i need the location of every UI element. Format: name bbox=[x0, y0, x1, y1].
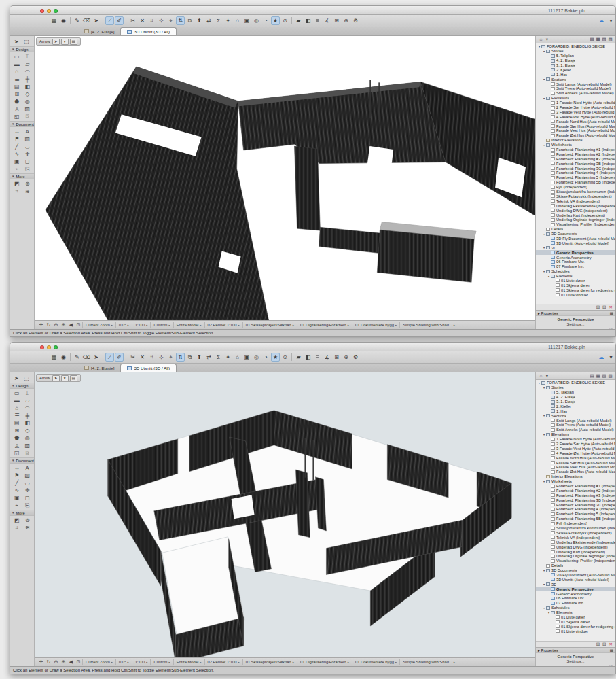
spline-tool-icon[interactable]: ∿ bbox=[12, 487, 22, 494]
navigator-tree-item[interactable]: 1 Fasade Nord Hytte (Auto-rebuild M bbox=[536, 437, 615, 442]
favorites-icon[interactable]: ★ bbox=[271, 16, 280, 25]
project-window-icon[interactable]: ▦ bbox=[50, 353, 58, 362]
separator[interactable] bbox=[291, 353, 292, 361]
navigator-tree-item[interactable]: 3. 1. Etasje bbox=[536, 63, 615, 68]
navigator-tree-item[interactable]: Fasade Vest Hus (Auto-rebuild Mode bbox=[536, 465, 615, 470]
dimension-tool-icon[interactable]: ↔ bbox=[12, 464, 22, 472]
hotspot-tool-icon[interactable]: ✛ bbox=[22, 487, 33, 494]
lamp-tool-icon[interactable]: ◍ bbox=[22, 434, 33, 442]
navigator-tree-item[interactable]: Fasade Sør Hus (Auto-rebuild Model) bbox=[536, 460, 615, 465]
layers-icon[interactable]: ▣ bbox=[242, 353, 251, 362]
navigator-tree-item[interactable]: Underlag Kart (Independent) bbox=[536, 549, 615, 554]
orbit-icon[interactable]: ↻ bbox=[45, 322, 52, 328]
grid-element-icon[interactable]: ⌗ bbox=[12, 188, 22, 195]
quick-option-dropdown[interactable]: 01 Digitalisering/Forarbeid ▸ bbox=[297, 322, 352, 328]
quick-option-dropdown[interactable]: Custom ▸ bbox=[150, 322, 173, 328]
navigator-tree-item[interactable]: 3. 1. Etasje bbox=[536, 400, 615, 404]
quick-option-dropdown[interactable]: Simple Shading with Shad... ▸ bbox=[399, 659, 458, 665]
view-tab[interactable]: 3D Utsnitt (3D / All) bbox=[120, 27, 177, 35]
beam-tool-icon[interactable]: ▬ bbox=[12, 397, 22, 404]
separator[interactable] bbox=[70, 353, 71, 361]
back-icon[interactable]: ◀ bbox=[67, 659, 75, 665]
fill-tool-icon[interactable]: ▧ bbox=[22, 472, 33, 479]
layout-book-icon[interactable]: ▧ bbox=[601, 373, 607, 379]
navigator-tree-item[interactable]: ▾ Stories bbox=[536, 385, 615, 390]
navigator-tree-item[interactable]: Underlag Orginale tegninger (Indepe bbox=[536, 554, 615, 559]
new-viewpoint-icon[interactable]: ⊞ bbox=[596, 304, 600, 310]
arrow-style-icon[interactable]: ➤ bbox=[52, 39, 60, 45]
sun-study-icon[interactable]: ◔ bbox=[261, 353, 270, 362]
navigator-tree-item[interactable]: Fasade Nord Hus (Auto-rebuild Mode bbox=[536, 455, 615, 460]
door-tool-icon[interactable]: ◧ bbox=[22, 83, 33, 90]
snap-points-icon[interactable]: ⌖ bbox=[166, 16, 175, 25]
navigator-tree-item[interactable]: 01 Skjema dører for redigering og m bbox=[536, 624, 615, 629]
navigator-tree-item[interactable]: Snitt Tvers (Auto-rebuild Model) bbox=[536, 86, 615, 91]
quick-option-dropdown[interactable]: Custom ▸ bbox=[150, 659, 173, 665]
navigator-tree-item[interactable]: Visualisering: Profiler (Independent) bbox=[536, 559, 615, 563]
navigator-tree-item[interactable]: Underlag Orginale tegninger (Indepe bbox=[536, 217, 615, 222]
separator[interactable] bbox=[291, 17, 292, 24]
spacer[interactable] bbox=[361, 353, 596, 362]
slab-tool-icon[interactable]: ▱ bbox=[22, 60, 33, 68]
navigator-tree-item[interactable]: Interior Elevations bbox=[536, 138, 615, 143]
calculate-icon[interactable]: Σ bbox=[214, 16, 223, 25]
3d-viewport[interactable]: Arrow ➤ ▾ ▤ bbox=[35, 36, 535, 320]
eraser-icon[interactable]: ⌫ bbox=[82, 353, 91, 362]
navigator-tree-item[interactable]: Fyll (Independent) bbox=[536, 185, 615, 190]
split-icon[interactable]: ◧ bbox=[304, 353, 312, 362]
navigator-tree-item[interactable]: ▾ 3D bbox=[536, 582, 615, 587]
titlebar[interactable]: 111217 Bakke.pln bbox=[10, 6, 615, 15]
section-marker-icon[interactable]: ⌁ bbox=[12, 165, 22, 173]
navigator-tree-item[interactable]: 01 Liste vinduer bbox=[536, 292, 615, 297]
titlebar[interactable]: 111217 Bakke.pln bbox=[10, 343, 615, 351]
project-map-icon[interactable]: ▤ bbox=[589, 373, 595, 379]
split-icon[interactable]: ◧ bbox=[304, 16, 312, 25]
navigator-tree-item[interactable]: 4. 2. Etasje bbox=[536, 58, 615, 63]
figure-tool-icon[interactable]: ▣ bbox=[12, 494, 22, 502]
separator[interactable] bbox=[103, 353, 103, 361]
separator[interactable] bbox=[126, 353, 126, 361]
publisher-sets-icon[interactable]: ▨ bbox=[607, 37, 613, 42]
pen-tool-icon[interactable]: ✐ bbox=[115, 353, 124, 362]
navigator-tree-item[interactable]: ▾ Worksheets bbox=[536, 143, 615, 147]
transform-icon[interactable]: ⇄ bbox=[204, 16, 213, 25]
object-tool-icon[interactable]: ⬟ bbox=[12, 98, 22, 105]
view-tab[interactable]: [4. 2. Etasje] bbox=[78, 27, 120, 35]
navigator-tree-item[interactable]: 4 Fasade Øst Hytte (Auto-rebuild Mo bbox=[536, 114, 615, 119]
wall-tool-icon[interactable]: ▭ bbox=[12, 53, 22, 60]
navigator-tree-item[interactable]: Snitt Anneks (Auto-rebuild Model) bbox=[536, 91, 615, 96]
view-tab[interactable]: 3D Utsnitt (3D / All) bbox=[120, 364, 177, 372]
camera-icon[interactable]: ◎ bbox=[252, 16, 261, 25]
opening-tool-icon[interactable]: ⌼ bbox=[22, 113, 33, 120]
navigator-tree-item[interactable]: ▾ 3D bbox=[536, 245, 615, 250]
spacer[interactable] bbox=[361, 16, 596, 25]
navigator-tree-item[interactable]: Forarbeid: Planløsning 3C (Independent) bbox=[536, 166, 615, 171]
stair-tool-icon[interactable]: ☰ bbox=[12, 75, 22, 83]
navigator-tree-item[interactable]: 01 Liste dører bbox=[536, 615, 615, 620]
navigator-tree-item[interactable]: 01 Liste vinduer bbox=[536, 629, 615, 633]
render-icon[interactable]: ◉ bbox=[59, 353, 68, 362]
navigator-tree-item[interactable]: Underlag DWG (Independent) bbox=[536, 544, 615, 549]
door-tool-icon[interactable]: ◧ bbox=[22, 419, 33, 427]
navigator-tree-item[interactable]: ▾ Elements bbox=[536, 610, 615, 615]
object-tool-icon[interactable]: ⬟ bbox=[12, 434, 22, 442]
navigator-tree-item[interactable]: Details bbox=[536, 563, 615, 568]
navigator-tree-item[interactable]: ▾ Schedules bbox=[536, 269, 615, 274]
properties-settings-button[interactable]: Settings... bbox=[536, 322, 615, 326]
navigator-tree-item[interactable]: Forarbeid: Planløsning 5 (Independent) bbox=[536, 512, 615, 517]
navigator-tree-item[interactable]: ▾ Elements bbox=[536, 274, 615, 279]
toolbox-section-document[interactable]: ▼ Document bbox=[10, 121, 34, 127]
properties-header[interactable]: ▸ Properties ▤ bbox=[536, 311, 615, 316]
label-tool-icon[interactable]: ⚑ bbox=[12, 472, 22, 479]
navigator-tree-item[interactable]: Situasjonskart fra kommunen (Indep bbox=[536, 526, 615, 531]
column-tool-icon[interactable]: ⌶ bbox=[22, 389, 33, 397]
navigator-tree-item[interactable]: ▾ Elevations bbox=[536, 96, 615, 101]
change-marker-icon[interactable]: ⊚ bbox=[22, 517, 33, 524]
mesh-tool-icon[interactable]: ▨ bbox=[22, 442, 33, 449]
eraser-icon[interactable]: ⌫ bbox=[82, 16, 91, 25]
navigator-tree-item[interactable]: 2 Fasade Sør Hytte (Auto-rebuild Mo bbox=[536, 105, 615, 110]
grid-element-icon[interactable]: ⌗ bbox=[12, 524, 22, 532]
detail-marker-icon[interactable]: ⎘ bbox=[22, 502, 33, 509]
navigator-tree-item[interactable]: Forarbeid: Planløsning 4 (Independent) bbox=[536, 171, 615, 175]
stair-tool-icon[interactable]: ☰ bbox=[12, 412, 22, 419]
